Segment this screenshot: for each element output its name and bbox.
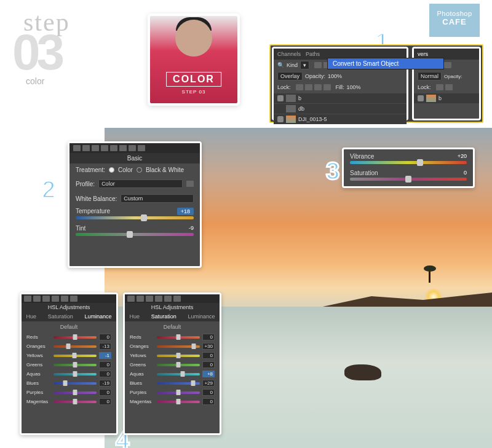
hsl-purples-label: Purples bbox=[130, 390, 154, 395]
hsl-aquas-value[interactable]: +8 bbox=[202, 371, 215, 377]
hsl-aquas-label: Aquas bbox=[26, 371, 51, 377]
hsl-blues-label: Blues bbox=[130, 380, 154, 386]
tint-slider[interactable] bbox=[76, 233, 194, 236]
hsl-purples-value[interactable]: 0 bbox=[99, 389, 111, 396]
hsl-panel-luminance: HSL AdjustmentsHueSaturationLuminanceDef… bbox=[20, 293, 118, 435]
hsl-reds-label: Reds bbox=[26, 334, 51, 340]
hsl-tab-saturation[interactable]: Saturation bbox=[151, 313, 177, 320]
saturation-value[interactable]: 0 bbox=[452, 170, 467, 176]
hsl-oranges-value[interactable]: +30 bbox=[202, 343, 215, 350]
step-label: color bbox=[26, 76, 44, 86]
hsl-greens-slider[interactable] bbox=[157, 364, 200, 366]
hsl-magentas-label: Magentas bbox=[130, 399, 154, 404]
hsl-aquas-value[interactable]: 0 bbox=[99, 371, 111, 377]
hsl-blues-slider[interactable] bbox=[157, 382, 200, 385]
hsl-aquas-slider[interactable] bbox=[157, 373, 200, 375]
hsl-blues-label: Blues bbox=[26, 380, 51, 386]
thumb-title: COLOR bbox=[166, 72, 221, 87]
logo: Photoshop CAFE bbox=[429, 4, 480, 37]
hsl-reds-label: Reds bbox=[130, 334, 154, 340]
hsl-blues-slider[interactable] bbox=[54, 382, 97, 385]
basic-panel: Basic Treatment: Color Black & White Pro… bbox=[68, 141, 202, 268]
layer-db[interactable]: db bbox=[274, 104, 407, 114]
step-number: 03 bbox=[12, 23, 61, 81]
hsl-tab-luminance[interactable]: Luminance bbox=[188, 313, 215, 320]
grid-icon[interactable] bbox=[186, 181, 194, 187]
vibrance-value[interactable]: +20 bbox=[452, 153, 467, 160]
hsl-magentas-value[interactable]: 0 bbox=[202, 398, 215, 405]
callout-2: 2 bbox=[42, 176, 55, 203]
hsl-tab-luminance[interactable]: Luminance bbox=[85, 313, 112, 320]
hsl-reds-slider[interactable] bbox=[157, 336, 200, 339]
hsl-oranges-label: Oranges bbox=[130, 344, 154, 349]
hsl-oranges-label: Oranges bbox=[26, 344, 51, 349]
hsl-magentas-slider[interactable] bbox=[157, 401, 200, 403]
hsl-magentas-value[interactable]: 0 bbox=[99, 398, 111, 405]
hsl-blues-value[interactable]: -19 bbox=[99, 380, 111, 387]
vibrance-panel: Vibrance+20 Saturation0 bbox=[342, 147, 475, 188]
layer-b[interactable]: b bbox=[274, 93, 407, 103]
profile-select[interactable]: Color bbox=[98, 179, 183, 188]
hsl-reds-value[interactable]: 0 bbox=[202, 334, 215, 340]
hsl-yellows-slider[interactable] bbox=[157, 355, 200, 357]
video-thumbnail[interactable]: COLOR STEP 03 bbox=[148, 14, 240, 106]
tab-paths[interactable]: Paths bbox=[306, 51, 320, 57]
hsl-aquas-label: Aquas bbox=[130, 371, 154, 377]
hsl-reds-slider[interactable] bbox=[54, 336, 97, 339]
hsl-magentas-slider[interactable] bbox=[54, 401, 97, 403]
hsl-yellows-value[interactable]: -1 bbox=[99, 352, 111, 359]
hsl-panel-saturation: HSL AdjustmentsHueSaturationLuminanceDef… bbox=[123, 293, 221, 435]
radio-color[interactable] bbox=[109, 167, 114, 173]
tint-value[interactable]: -9 bbox=[179, 225, 194, 232]
hsl-oranges-value[interactable]: -13 bbox=[99, 343, 111, 350]
hsl-yellows-label: Yellows bbox=[26, 353, 51, 358]
hsl-oranges-slider[interactable] bbox=[157, 345, 200, 348]
radio-bw[interactable] bbox=[137, 167, 142, 173]
blend-mode-select[interactable]: Overlay bbox=[277, 72, 303, 81]
temp-slider[interactable] bbox=[76, 216, 194, 219]
hsl-yellows-label: Yellows bbox=[130, 353, 154, 358]
hsl-magentas-label: Magentas bbox=[26, 399, 51, 404]
hsl-greens-slider[interactable] bbox=[54, 364, 97, 366]
hsl-oranges-slider[interactable] bbox=[54, 345, 97, 348]
hsl-yellows-slider[interactable] bbox=[54, 355, 97, 357]
hsl-purples-label: Purples bbox=[26, 390, 51, 395]
hsl-tab-hue[interactable]: Hue bbox=[26, 313, 36, 320]
thumb-subtitle: STEP 03 bbox=[166, 89, 221, 95]
hsl-greens-value[interactable]: 0 bbox=[99, 361, 111, 368]
hsl-reds-value[interactable]: 0 bbox=[99, 334, 111, 340]
hsl-aquas-slider[interactable] bbox=[54, 373, 97, 375]
hsl-yellows-value[interactable]: 0 bbox=[202, 352, 215, 359]
context-menu-item[interactable]: Convert to Smart Object bbox=[327, 58, 444, 69]
hsl-title: HSL Adjustments bbox=[125, 303, 220, 312]
default-label: Default bbox=[125, 321, 220, 332]
saturation-slider[interactable] bbox=[350, 178, 467, 181]
vibrance-slider[interactable] bbox=[350, 161, 467, 164]
hsl-purples-slider[interactable] bbox=[157, 391, 200, 394]
layer-right-b[interactable]: b bbox=[414, 93, 479, 103]
hsl-purples-value[interactable]: 0 bbox=[202, 389, 215, 396]
kind-select[interactable]: ▾ bbox=[300, 61, 309, 69]
tab-channels[interactable]: Channels bbox=[277, 51, 301, 57]
basic-title: Basic bbox=[69, 153, 200, 163]
hsl-purples-slider[interactable] bbox=[54, 391, 97, 394]
default-label: Default bbox=[22, 321, 116, 332]
hsl-greens-value[interactable]: 0 bbox=[202, 361, 215, 368]
hsl-tab-saturation[interactable]: Saturation bbox=[48, 313, 73, 320]
hsl-title: HSL Adjustments bbox=[22, 303, 116, 312]
temp-value[interactable]: +18 bbox=[177, 208, 194, 215]
blend-mode-select-2[interactable]: Normal bbox=[418, 72, 442, 81]
wb-select[interactable]: Custom bbox=[121, 194, 194, 203]
layer-dji[interactable]: DJI_0013-5 bbox=[274, 114, 407, 124]
hsl-greens-label: Greens bbox=[26, 362, 51, 367]
hsl-blues-value[interactable]: +29 bbox=[202, 380, 215, 387]
callout-3: 3 bbox=[326, 157, 339, 185]
hsl-greens-label: Greens bbox=[130, 362, 154, 367]
hsl-tab-hue[interactable]: Hue bbox=[129, 313, 140, 320]
